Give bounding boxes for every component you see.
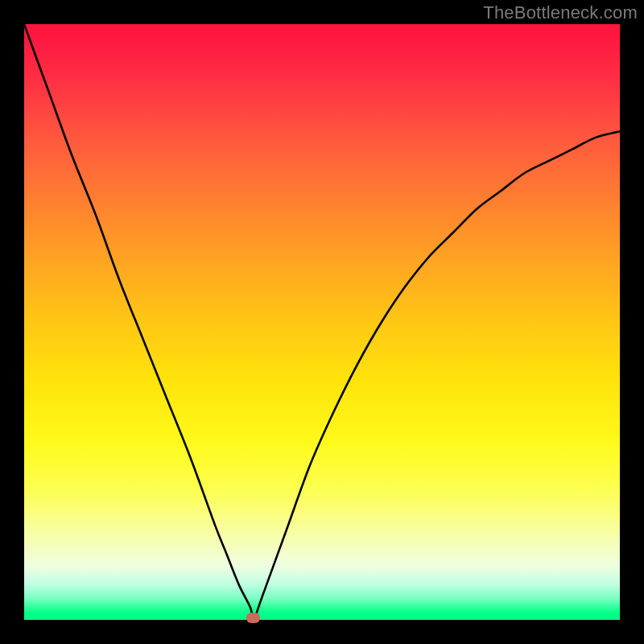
chart-container: TheBottleneck.com <box>0 0 644 644</box>
bottleneck-curve <box>24 24 620 620</box>
optimal-point-marker <box>246 613 260 623</box>
watermark-text: TheBottleneck.com <box>483 2 638 23</box>
plot-area <box>24 24 620 620</box>
